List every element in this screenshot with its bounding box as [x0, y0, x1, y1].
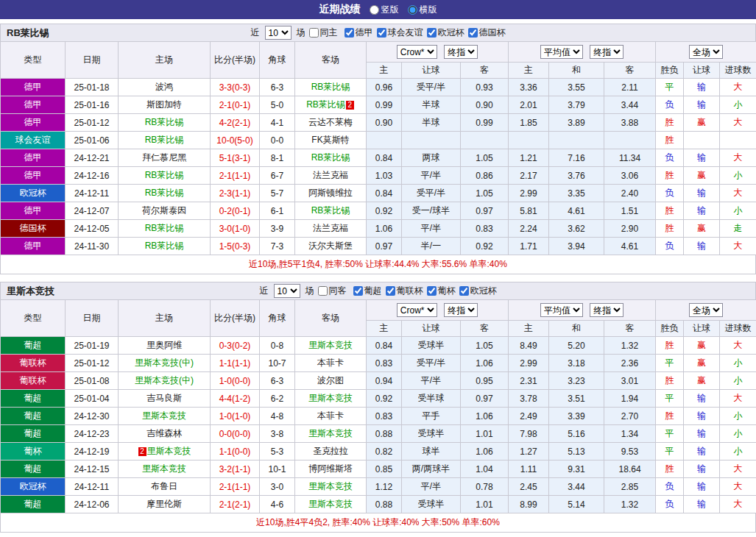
league-filter[interactable]: 欧冠杯 — [459, 285, 497, 297]
team-name[interactable]: RB莱比锡 — [145, 241, 184, 251]
league-filter[interactable]: 葡联杯 — [385, 285, 423, 297]
final-index-select[interactable]: 终指 — [444, 303, 478, 317]
team-name[interactable]: 摩里伦斯 — [146, 499, 182, 509]
score-cell[interactable]: 2-1(2-1) — [211, 496, 260, 513]
league-checkbox[interactable] — [345, 28, 354, 38]
league-filter[interactable]: 欧冠杯 — [426, 26, 464, 39]
score-cell[interactable]: 1-0(0-0) — [211, 372, 260, 390]
league-checkbox[interactable] — [377, 28, 386, 38]
team-name[interactable]: 里斯本竞技 — [142, 410, 186, 421]
team-name[interactable]: 波鸿 — [155, 82, 173, 92]
average-select[interactable]: 平均值 — [540, 303, 583, 317]
team-name[interactable]: 布鲁日 — [151, 481, 177, 491]
team-name[interactable]: 波尔图 — [317, 375, 344, 385]
horizontal-view-radio[interactable] — [408, 5, 417, 15]
score-cell[interactable]: 1-1(0-0) — [211, 443, 260, 460]
league-filter[interactable]: 德甲 — [344, 26, 373, 39]
team-name[interactable]: RB莱比锡 — [311, 152, 350, 163]
league-checkbox[interactable] — [468, 28, 478, 38]
team-name[interactable]: RB莱比锡 — [306, 99, 345, 110]
score-cell[interactable]: 1-1(1-1) — [211, 355, 260, 372]
score-cell[interactable]: 0-3(0-2) — [211, 337, 260, 355]
full-match-select[interactable]: 全场 — [689, 45, 723, 59]
final-index-select[interactable]: 终指 — [444, 45, 478, 59]
score-cell[interactable]: 10-0(5-0) — [211, 132, 260, 149]
team-name[interactable]: 里奥阿维 — [146, 340, 182, 350]
team-name[interactable]: 沃尔夫斯堡 — [308, 241, 353, 251]
team-name[interactable]: 里斯本竞技 — [308, 499, 353, 509]
team-name[interactable]: RB莱比锡 — [145, 223, 184, 233]
score-cell[interactable]: 0-0(0-0) — [211, 425, 260, 443]
league-filter[interactable]: 葡超 — [353, 285, 382, 297]
league-checkbox[interactable] — [459, 286, 469, 296]
team-name[interactable]: RB莱比锡 — [145, 170, 184, 180]
team-name[interactable]: 里斯本竞技 — [147, 446, 191, 456]
team-name[interactable]: 博阿维斯塔 — [308, 463, 353, 474]
team-name[interactable]: 圣克拉拉 — [313, 446, 348, 456]
team-name[interactable]: 里斯本竞技 — [308, 340, 353, 350]
average-select[interactable]: 平均值 — [540, 45, 583, 59]
team-name[interactable]: RB莱比锡 — [311, 82, 350, 92]
team-name[interactable]: 里斯本竞技(中) — [135, 358, 194, 368]
same-venue-checkbox[interactable] — [309, 28, 319, 38]
team-name[interactable]: 荷尔斯泰因 — [142, 205, 186, 216]
team-name[interactable]: RB莱比锡 — [311, 205, 350, 216]
league-checkbox[interactable] — [386, 286, 395, 296]
score-cell[interactable]: 4-2(2-1) — [211, 114, 260, 132]
corners-cell: 4-1 — [260, 114, 295, 132]
full-match-select[interactable]: 全场 — [689, 303, 723, 317]
score-cell[interactable]: 4-4(1-2) — [211, 390, 260, 408]
same-venue-filter[interactable]: 同主 — [308, 26, 338, 39]
team-name[interactable]: 本菲卡 — [317, 410, 344, 421]
team-name[interactable]: 云达不莱梅 — [308, 117, 353, 127]
team-name[interactable]: 里斯本竞技 — [308, 393, 353, 403]
bookmaker-select[interactable]: Crow* — [397, 45, 437, 59]
team-name[interactable]: RB莱比锡 — [145, 117, 184, 127]
league-filter[interactable]: 德国杯 — [467, 26, 506, 39]
league-filter[interactable]: 葡杯 — [426, 285, 456, 297]
team-name[interactable]: 阿斯顿维拉 — [308, 188, 353, 198]
score-cell[interactable]: 2-1(1-1) — [211, 478, 260, 496]
same-venue-filter[interactable]: 同客 — [317, 285, 347, 297]
score-cell[interactable]: 2-3(1-1) — [211, 185, 260, 202]
average-final-select[interactable]: 终指 — [590, 45, 623, 59]
home-team-cell: 里斯本竞技 — [119, 408, 211, 425]
rounds-select[interactable]: 10 — [274, 284, 300, 298]
score-cell[interactable]: 5-1(3-1) — [211, 149, 260, 167]
league-filter[interactable]: 球会友谊 — [376, 26, 423, 39]
horizontal-view-option[interactable]: 横版 — [408, 4, 437, 16]
score-cell[interactable]: 1-5(0-3) — [211, 238, 260, 255]
league-checkbox[interactable] — [353, 286, 363, 296]
bookmaker-select[interactable]: Crow* — [397, 303, 437, 317]
average-final-select[interactable]: 终指 — [590, 303, 623, 317]
league-checkbox[interactable] — [427, 286, 437, 296]
team-name[interactable]: FK莫斯特 — [311, 135, 349, 145]
score-cell[interactable]: 2-1(0-1) — [211, 96, 260, 114]
team-name[interactable]: 吉马良斯 — [146, 393, 182, 403]
same-venue-checkbox[interactable] — [318, 286, 328, 296]
team-name[interactable]: 里斯本竞技 — [308, 481, 353, 491]
goals-result-cell: 走 — [720, 220, 756, 238]
team-name[interactable]: 里斯本竞技 — [142, 463, 186, 474]
goals-result-cell: 小 — [720, 408, 756, 425]
score-cell[interactable]: 3-2(1-1) — [211, 460, 260, 478]
score-cell[interactable]: 3-0(1-0) — [211, 220, 260, 238]
team-name[interactable]: 拜仁慕尼黑 — [142, 152, 186, 163]
team-name[interactable]: 里斯本竞技(中) — [135, 375, 194, 385]
team-name[interactable]: 本菲卡 — [317, 358, 344, 368]
rounds-select[interactable]: 10 — [265, 26, 292, 40]
team-name[interactable]: RB莱比锡 — [145, 135, 184, 145]
vertical-view-option[interactable]: 竖版 — [370, 4, 399, 16]
score-cell[interactable]: 1-0(1-0) — [211, 408, 260, 425]
team-name[interactable]: 吉维森林 — [146, 428, 182, 438]
team-name[interactable]: 斯图加特 — [146, 99, 182, 110]
score-cell[interactable]: 3-3(0-3) — [211, 79, 260, 96]
score-cell[interactable]: 0-2(0-1) — [211, 202, 260, 220]
vertical-view-radio[interactable] — [370, 5, 379, 15]
score-cell[interactable]: 2-1(1-1) — [211, 167, 260, 185]
team-name[interactable]: RB莱比锡 — [145, 188, 184, 198]
team-name[interactable]: 里斯本竞技 — [308, 428, 353, 438]
league-checkbox[interactable] — [427, 28, 437, 38]
team-name[interactable]: 法兰克福 — [313, 170, 348, 180]
team-name[interactable]: 法兰克福 — [313, 223, 348, 233]
